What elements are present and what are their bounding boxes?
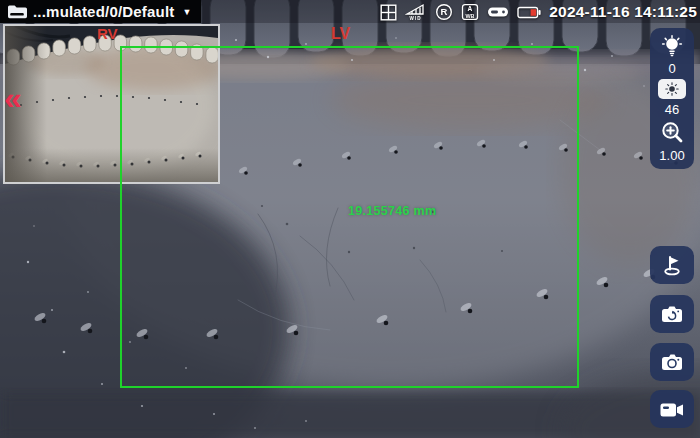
battery-icon	[517, 6, 541, 19]
chevron-down-icon: ▼	[183, 7, 192, 17]
storage-icon	[487, 5, 509, 19]
zoom-in-icon[interactable]	[660, 120, 685, 145]
display-brightness-value: 46	[665, 103, 679, 116]
image-adjust-panel: 0 46 1.00	[650, 28, 694, 169]
video-record-button[interactable]	[650, 390, 694, 428]
camera-icon	[660, 352, 684, 372]
flag-marker-icon	[660, 254, 684, 277]
file-path-label: ...mulated/0/Default	[33, 3, 175, 20]
led-brightness-value: 0	[668, 62, 675, 75]
folder-icon	[7, 3, 27, 20]
live-view-label: LV	[331, 25, 350, 43]
videoscope-app: RV LV « 19.155746 mm ...mulated/0/Defaul…	[0, 0, 700, 438]
record-ready-icon: R	[435, 3, 453, 21]
photo-capture-button[interactable]	[650, 343, 694, 381]
landmark-flag-button[interactable]	[650, 246, 694, 284]
svg-text:WID: WID	[410, 16, 422, 21]
display-brightness-button[interactable]	[658, 79, 686, 99]
grid-view-icon	[380, 4, 397, 21]
led-brightness-icon[interactable]	[661, 35, 683, 58]
wide-mode-icon: WID	[405, 3, 427, 21]
svg-text:WB: WB	[466, 13, 475, 19]
camera-compare-button[interactable]	[650, 295, 694, 333]
svg-text:A: A	[468, 5, 473, 12]
video-camera-icon	[659, 399, 685, 419]
svg-text:R: R	[441, 6, 448, 17]
status-bar: WID R A WB	[380, 2, 697, 22]
measurement-value: 19.155746 mm	[348, 204, 436, 218]
collapse-pip-chevron[interactable]: «	[4, 82, 22, 114]
zoom-level-value: 1.00	[659, 149, 684, 162]
camera-refresh-icon	[660, 304, 684, 324]
timestamp: 2024-11-16 14:11:25	[549, 3, 697, 21]
auto-white-balance-icon: A WB	[461, 3, 479, 21]
pip-view-label: RV	[97, 25, 118, 42]
file-path-dropdown[interactable]: ...mulated/0/Default ▼	[0, 0, 201, 23]
